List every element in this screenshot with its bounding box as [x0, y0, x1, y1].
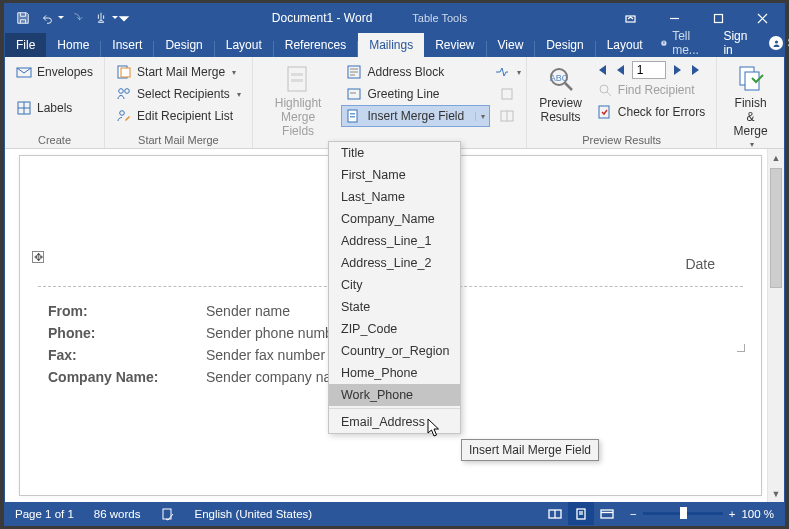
status-words[interactable]: 86 words [84, 508, 151, 520]
status-page[interactable]: Page 1 of 1 [5, 508, 84, 520]
touch-mode-icon[interactable] [89, 4, 113, 32]
save-icon[interactable] [11, 4, 35, 32]
select-recipients-button[interactable]: Select Recipients▾ [111, 83, 246, 105]
finish-merge-label: Finish & Merge [729, 97, 772, 138]
prev-record-icon[interactable] [612, 61, 630, 79]
rules-button[interactable]: ▾ [494, 61, 520, 83]
select-recipients-icon [116, 86, 132, 102]
group-label-preview: Preview Results [533, 132, 710, 146]
scroll-track[interactable] [768, 166, 784, 485]
highlight-label: Highlight Merge Fields [265, 97, 332, 138]
check-errors-button[interactable]: Check for Errors [592, 101, 710, 123]
svg-rect-45 [601, 510, 613, 518]
merge-field-item[interactable]: State [329, 296, 460, 318]
sign-in-link[interactable]: Sign in [715, 29, 755, 57]
tab-mailings[interactable]: Mailings [358, 33, 424, 57]
envelopes-button[interactable]: Envelopes [11, 61, 98, 83]
greeting-line-button[interactable]: Greeting Line [341, 83, 490, 105]
window-controls [608, 4, 784, 32]
merge-field-item[interactable]: Last_Name [329, 186, 460, 208]
update-labels-button [494, 105, 520, 127]
svg-rect-36 [599, 106, 609, 118]
tab-table-design[interactable]: Design [535, 33, 594, 57]
tab-home[interactable]: Home [46, 33, 100, 57]
svg-rect-26 [350, 113, 355, 115]
insert-merge-field-button[interactable]: Insert Merge Field▾ [341, 105, 490, 127]
tab-strip: File Home Insert Design Layout Reference… [5, 32, 784, 57]
tab-view[interactable]: View [487, 33, 535, 57]
merge-field-item[interactable]: Country_or_Region [329, 340, 460, 362]
highlight-fields-icon [282, 63, 314, 95]
merge-field-item[interactable]: Title [329, 142, 460, 164]
zoom-in-icon[interactable]: + [729, 508, 736, 520]
match-fields-icon [499, 86, 515, 102]
minimize-icon[interactable] [652, 4, 696, 32]
view-print-layout-icon[interactable] [568, 502, 594, 525]
ribbon-options-icon[interactable] [608, 4, 652, 32]
group-label-create: Create [11, 132, 98, 146]
field-label: Phone: [48, 325, 206, 341]
tab-layout[interactable]: Layout [215, 33, 273, 57]
tooltip: Insert Mail Merge Field [461, 439, 599, 461]
start-mail-merge-button[interactable]: Start Mail Merge▾ [111, 61, 246, 83]
first-record-icon[interactable] [592, 61, 610, 79]
share-button[interactable]: Share [761, 34, 789, 52]
context-tools-label: Table Tools [412, 12, 467, 24]
redo-icon[interactable] [65, 4, 89, 32]
chevron-down-icon[interactable]: ▾ [475, 112, 485, 121]
view-web-layout-icon[interactable] [594, 502, 620, 525]
merge-field-item[interactable]: Address_Line_2 [329, 252, 460, 274]
find-recipient-button: Find Recipient [592, 79, 710, 101]
scroll-down-icon[interactable]: ▼ [768, 485, 784, 502]
tab-design[interactable]: Design [154, 33, 213, 57]
svg-point-15 [120, 111, 125, 116]
scroll-up-icon[interactable]: ▲ [768, 149, 784, 166]
field-value[interactable]: Sender fax number [206, 347, 325, 363]
preview-results-button[interactable]: ABC Preview Results [533, 61, 588, 132]
zoom-percent[interactable]: 100 % [741, 508, 774, 520]
tab-insert[interactable]: Insert [101, 33, 153, 57]
svg-line-35 [607, 92, 611, 96]
merge-field-item[interactable]: Company_Name [329, 208, 460, 230]
next-record-icon[interactable] [668, 61, 686, 79]
edit-recipient-icon [116, 108, 132, 124]
tab-references[interactable]: References [274, 33, 357, 57]
highlight-merge-fields-button: Highlight Merge Fields [259, 61, 338, 140]
record-number-input[interactable] [632, 61, 666, 79]
tab-review[interactable]: Review [424, 33, 485, 57]
merge-field-item[interactable]: ZIP_Code [329, 318, 460, 340]
group-start-mail-merge: Start Mail Merge▾ Select Recipients▾ Edi… [105, 57, 253, 148]
tab-file[interactable]: File [5, 33, 46, 57]
edit-recipient-list-button[interactable]: Edit Recipient List [111, 105, 246, 127]
merge-field-item[interactable]: First_Name [329, 164, 460, 186]
field-value[interactable]: Sender name [206, 303, 290, 319]
close-icon[interactable] [740, 4, 784, 32]
merge-field-item[interactable]: City [329, 274, 460, 296]
finish-merge-button[interactable]: Finish & Merge ▾ [723, 61, 778, 151]
zoom-thumb[interactable] [680, 507, 687, 519]
tab-table-layout[interactable]: Layout [596, 33, 654, 57]
undo-icon[interactable] [35, 4, 59, 32]
zoom-out-icon[interactable]: − [630, 508, 637, 520]
merge-field-item[interactable]: Address_Line_1 [329, 230, 460, 252]
labels-button[interactable]: Labels [11, 97, 98, 119]
labels-icon [16, 100, 32, 116]
vertical-scrollbar[interactable]: ▲ ▼ [767, 149, 784, 502]
status-proofing-icon[interactable] [151, 507, 185, 521]
merge-field-item[interactable]: Work_Phone [329, 384, 460, 406]
field-value[interactable]: Sender phone number [206, 325, 345, 341]
scroll-thumb[interactable] [770, 168, 782, 288]
maximize-icon[interactable] [696, 4, 740, 32]
view-read-mode-icon[interactable] [542, 502, 568, 525]
address-block-button[interactable]: Address Block [341, 61, 490, 83]
status-language[interactable]: English (United States) [185, 508, 323, 520]
tell-me-search[interactable]: Tell me... [654, 29, 710, 57]
last-record-icon[interactable] [688, 61, 706, 79]
zoom-slider[interactable] [643, 512, 723, 515]
svg-rect-28 [502, 89, 512, 99]
qat-customize-icon[interactable] [117, 4, 131, 32]
cell-mark-icon [737, 344, 745, 352]
undo-dropdown-icon[interactable] [57, 4, 65, 32]
merge-field-item[interactable]: Home_Phone [329, 362, 460, 384]
table-anchor-icon[interactable]: ✥ [32, 251, 44, 263]
